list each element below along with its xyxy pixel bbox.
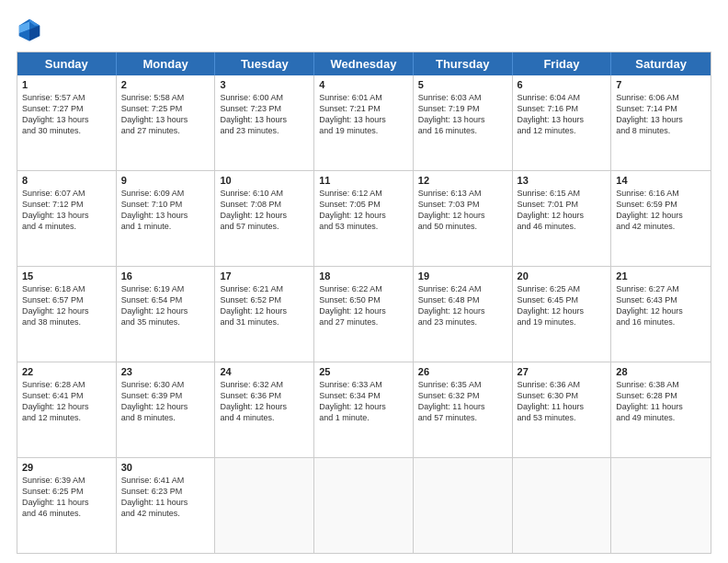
day-info: Sunset: 7:01 PM	[518, 199, 607, 210]
calendar-cell: 22Sunrise: 6:28 AMSunset: 6:41 PMDayligh…	[17, 362, 117, 457]
day-info: Daylight: 12 hours	[319, 401, 408, 412]
day-number: 21	[616, 270, 706, 282]
day-header-monday: Monday	[117, 52, 216, 75]
day-info: and 46 minutes.	[518, 221, 607, 232]
day-info: Sunset: 7:14 PM	[616, 103, 706, 114]
day-info: Daylight: 12 hours	[616, 305, 706, 316]
day-info: Sunset: 7:12 PM	[22, 199, 111, 210]
day-info: and 31 minutes.	[220, 316, 309, 327]
day-info: Sunrise: 6:33 AM	[319, 379, 408, 390]
day-number: 29	[22, 462, 111, 473]
day-header-tuesday: Tuesday	[215, 52, 314, 75]
day-info: Sunset: 6:43 PM	[616, 294, 706, 305]
day-info: Daylight: 11 hours	[418, 401, 507, 412]
calendar-cell	[611, 458, 711, 553]
day-info: Sunset: 7:27 PM	[22, 103, 111, 114]
day-info: Daylight: 12 hours	[220, 305, 309, 316]
day-info: Sunrise: 6:30 AM	[121, 379, 210, 390]
day-info: Daylight: 12 hours	[121, 401, 210, 412]
day-info: Daylight: 13 hours	[418, 114, 507, 125]
day-header-wednesday: Wednesday	[314, 52, 414, 75]
day-info: Sunrise: 6:07 AM	[22, 188, 111, 199]
day-info: and 57 minutes.	[220, 221, 309, 232]
day-info: Sunrise: 6:16 AM	[616, 188, 706, 199]
day-info: Sunset: 6:41 PM	[22, 390, 111, 401]
day-number: 20	[518, 270, 607, 282]
day-info: Daylight: 12 hours	[22, 305, 111, 316]
day-info: Sunrise: 6:13 AM	[418, 188, 507, 199]
day-info: Sunset: 6:28 PM	[616, 390, 706, 401]
day-info: Sunrise: 6:38 AM	[616, 379, 706, 390]
day-info: Sunrise: 6:00 AM	[220, 92, 309, 103]
day-number: 30	[121, 462, 210, 473]
day-info: Sunset: 6:48 PM	[418, 294, 507, 305]
calendar-cell: 7Sunrise: 6:06 AMSunset: 7:14 PMDaylight…	[611, 75, 711, 170]
calendar-cell	[314, 458, 414, 553]
calendar-cell: 10Sunrise: 6:10 AMSunset: 7:08 PMDayligh…	[215, 171, 314, 266]
calendar-cell: 28Sunrise: 6:38 AMSunset: 6:28 PMDayligh…	[611, 362, 711, 457]
day-info: and 12 minutes.	[518, 125, 607, 136]
day-info: Daylight: 12 hours	[518, 305, 607, 316]
day-info: Sunrise: 6:15 AM	[518, 188, 607, 199]
calendar-cell: 13Sunrise: 6:15 AMSunset: 7:01 PMDayligh…	[513, 171, 612, 266]
day-info: Sunrise: 6:19 AM	[121, 283, 210, 294]
day-number: 26	[418, 366, 507, 377]
logo-icon	[17, 17, 42, 42]
calendar-row: 15Sunrise: 6:18 AMSunset: 6:57 PMDayligh…	[17, 267, 711, 362]
day-info: and 16 minutes.	[418, 125, 507, 136]
day-info: Daylight: 11 hours	[518, 401, 607, 412]
calendar-row: 22Sunrise: 6:28 AMSunset: 6:41 PMDayligh…	[17, 362, 711, 458]
calendar-cell	[215, 458, 314, 553]
day-info: and 23 minutes.	[220, 125, 309, 136]
day-number: 10	[220, 175, 309, 186]
day-info: Daylight: 13 hours	[22, 210, 111, 221]
calendar-cell: 6Sunrise: 6:04 AMSunset: 7:16 PMDaylight…	[513, 75, 612, 170]
day-info: Sunrise: 6:12 AM	[319, 188, 408, 199]
day-info: Sunset: 6:54 PM	[121, 294, 210, 305]
day-info: Sunrise: 6:27 AM	[616, 283, 706, 294]
day-number: 5	[418, 79, 507, 90]
day-info: and 19 minutes.	[518, 316, 607, 327]
calendar-cell: 17Sunrise: 6:21 AMSunset: 6:52 PMDayligh…	[215, 267, 314, 362]
day-number: 15	[22, 270, 111, 282]
day-info: and 53 minutes.	[319, 221, 408, 232]
day-info: and 57 minutes.	[418, 412, 507, 423]
day-header-sunday: Sunday	[17, 52, 117, 75]
day-info: Sunset: 6:50 PM	[319, 294, 408, 305]
day-number: 25	[319, 366, 408, 377]
day-info: Sunrise: 6:36 AM	[518, 379, 607, 390]
day-info: and 8 minutes.	[121, 412, 210, 423]
day-info: Sunrise: 6:10 AM	[220, 188, 309, 199]
day-info: Daylight: 12 hours	[418, 210, 507, 221]
day-info: and 1 minute.	[319, 412, 408, 423]
day-number: 12	[418, 175, 507, 186]
day-number: 24	[220, 366, 309, 377]
day-number: 2	[121, 79, 210, 90]
day-info: Sunrise: 6:28 AM	[22, 379, 111, 390]
day-info: Daylight: 13 hours	[121, 210, 210, 221]
day-info: Daylight: 11 hours	[121, 497, 210, 508]
day-info: Sunrise: 6:35 AM	[418, 379, 507, 390]
day-info: Sunrise: 6:03 AM	[418, 92, 507, 103]
day-info: Sunset: 6:25 PM	[22, 486, 111, 497]
day-info: and 42 minutes.	[616, 221, 706, 232]
calendar-cell: 4Sunrise: 6:01 AMSunset: 7:21 PMDaylight…	[314, 75, 414, 170]
calendar-cell: 21Sunrise: 6:27 AMSunset: 6:43 PMDayligh…	[611, 267, 711, 362]
day-number: 16	[121, 270, 210, 282]
day-number: 23	[121, 366, 210, 377]
day-info: Sunrise: 6:25 AM	[518, 283, 607, 294]
day-number: 9	[121, 175, 210, 186]
day-header-friday: Friday	[513, 52, 612, 75]
day-info: Sunrise: 6:32 AM	[220, 379, 309, 390]
day-info: Daylight: 12 hours	[121, 305, 210, 316]
day-info: Sunrise: 6:41 AM	[121, 475, 210, 486]
page: SundayMondayTuesdayWednesdayThursdayFrid…	[0, 0, 728, 563]
calendar-cell: 30Sunrise: 6:41 AMSunset: 6:23 PMDayligh…	[117, 458, 216, 553]
day-info: Sunrise: 6:39 AM	[22, 475, 111, 486]
calendar-cell: 3Sunrise: 6:00 AMSunset: 7:23 PMDaylight…	[215, 75, 314, 170]
day-info: and 35 minutes.	[121, 316, 210, 327]
day-info: Sunset: 6:39 PM	[121, 390, 210, 401]
day-info: Sunset: 7:19 PM	[418, 103, 507, 114]
day-info: Daylight: 13 hours	[518, 114, 607, 125]
day-info: Sunset: 7:03 PM	[418, 199, 507, 210]
